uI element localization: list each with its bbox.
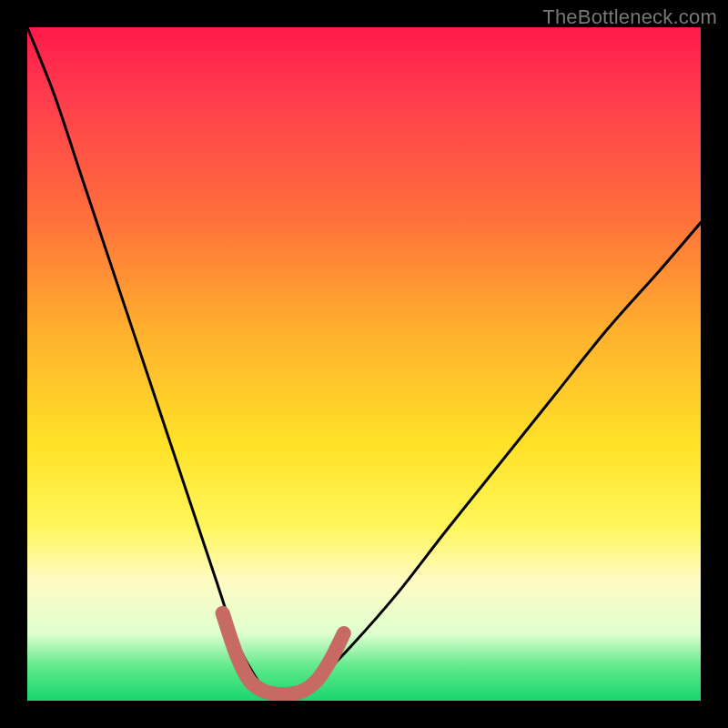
optimal-zone-marker: [223, 613, 344, 694]
chart-frame: TheBottleneck.com: [0, 0, 728, 728]
plot-area: [27, 27, 701, 701]
bottleneck-curve: [27, 27, 701, 695]
chart-svg: [27, 27, 701, 701]
watermark-text: TheBottleneck.com: [542, 5, 717, 29]
